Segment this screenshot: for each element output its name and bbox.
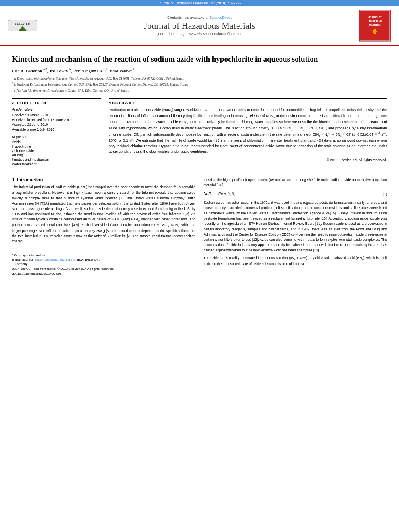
intro-paragraph3: The azide ion is readily protonated in a… xyxy=(204,255,387,266)
corresponding-note: * Corresponding author. xyxy=(12,253,195,257)
journal-citation: Journal of Hazardous Materials 182 (2010… xyxy=(158,1,241,5)
copyright-line: © 2010 Elsevier B.V. All rights reserved… xyxy=(109,158,387,162)
journal-top-bar: Journal of Hazardous Materials 182 (2010… xyxy=(0,0,399,6)
keyword-water: Water treatment xyxy=(12,162,101,166)
affiliations: a a Department of Atmospheric Sciences, … xyxy=(12,75,387,93)
sciencedirect-link[interactable]: ScienceDirect xyxy=(210,16,232,20)
article-info-abstract: ARTICLE INFO Article history: Received 1… xyxy=(12,98,387,166)
article-info-col: ARTICLE INFO Article history: Received 1… xyxy=(12,98,101,166)
elsevier-logo-box: ELSEVIER xyxy=(8,20,37,31)
available-date: Available online 1 July 2010 xyxy=(12,127,101,131)
body-right: teristics, the high specific nitrogen co… xyxy=(204,177,387,275)
elsevier-logo-text: ELSEVIER xyxy=(10,20,35,32)
section-divider xyxy=(12,173,387,173)
elsevier-logo-left: ELSEVIER xyxy=(8,20,40,31)
keyword-kinetics: Kinetics and mechanism xyxy=(12,158,101,162)
keyword-azide: Azide xyxy=(12,140,101,144)
journal-logo-img: Journal of Hazardous Materials xyxy=(359,10,391,42)
received-date: Received 1 March 2010 xyxy=(12,113,101,117)
footnote1: 1 Formerly. xyxy=(12,262,195,266)
keywords-label: Keywords: xyxy=(12,135,101,139)
issn-line: 0304-3894/$ – see front matter © 2010 El… xyxy=(12,267,195,271)
doi-line: doi:10.1016/j.jhazmat.2010.06.093 xyxy=(12,272,195,275)
footnotes-area: * Corresponding author. E-mail address: … xyxy=(12,251,195,266)
intro-paragraph1: The industrial production of sodium azid… xyxy=(12,185,195,244)
intro-paragraph2: Sodium azide has other uses. In the 1970… xyxy=(204,200,387,253)
accepted-date: Accepted 21 June 2010 xyxy=(12,123,101,127)
intro-heading: 1. Introduction xyxy=(12,177,195,182)
intro-paragraph1-cont: teristics, the high specific nitrogen co… xyxy=(204,177,387,188)
main-content: Kinetics and mechanism of the reaction o… xyxy=(0,46,399,283)
journal-meta-center: Contents lists available at ScienceDirec… xyxy=(40,16,359,36)
svg-text:Journal of: Journal of xyxy=(368,16,382,18)
keyword-chlorine-azide: Chlorine azide xyxy=(12,149,101,153)
article-title: Kinetics and mechanism of the reaction o… xyxy=(12,54,387,64)
abstract-text: Production of toxic sodium azide (NaN3) … xyxy=(109,107,387,155)
journal-meta-row: ELSEVIER Contents lists available at Sci… xyxy=(0,6,399,45)
received-revised-date: Received in revised form 18 June 2010 xyxy=(12,118,101,122)
svg-text:Materials: Materials xyxy=(369,23,381,26)
history-label: Article history: xyxy=(12,107,101,111)
body-left: 1. Introduction The industrial productio… xyxy=(12,177,195,275)
svg-rect-4 xyxy=(22,30,23,31)
email-note: E-mail address: betterton@atmo.arizona.e… xyxy=(12,258,195,261)
svg-text:ELSEVIER: ELSEVIER xyxy=(15,23,30,25)
keyword-hypochlorite: Hypochlorite xyxy=(12,144,101,148)
author-email[interactable]: betterton@atmo.arizona.edu xyxy=(35,258,76,261)
svg-text:Hazardous: Hazardous xyxy=(368,19,382,22)
journal-title-display: Journal of Hazardous Materials xyxy=(40,21,359,31)
journal-header: Journal of Hazardous Materials 182 (2010… xyxy=(0,0,399,46)
abstract-heading: ABSTRACT xyxy=(109,101,387,105)
keyword-airbag: Air bag xyxy=(12,153,101,157)
abstract-col: ABSTRACT Production of toxic sodium azid… xyxy=(109,98,387,166)
body-content: 1. Introduction The industrial productio… xyxy=(12,177,387,275)
article-authors: Eric A. Betterton a,*, Joe Lowry b, Robi… xyxy=(12,68,387,73)
journal-homepage: journal homepage: www.elsevier.com/locat… xyxy=(40,32,359,36)
equation-1-row: NaN3 → Na + 3/2N2 (1) xyxy=(204,191,387,197)
article-info-heading: ARTICLE INFO xyxy=(12,101,101,105)
equation-1-num: (1) xyxy=(383,192,387,196)
contents-available: Contents lists available at ScienceDirec… xyxy=(40,16,359,20)
equation-1-text: NaN3 → Na + 3/2N2 xyxy=(204,191,235,197)
